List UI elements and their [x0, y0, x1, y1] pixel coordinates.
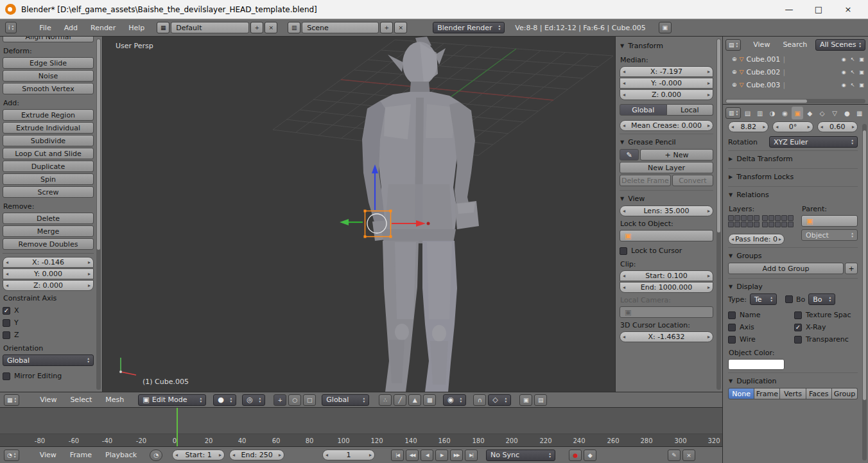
constraint-z-checkbox[interactable]: Z [3, 329, 94, 341]
tool-button-spin[interactable]: Spin [3, 173, 94, 185]
checkbox-icon[interactable] [728, 336, 736, 344]
checkbox-icon[interactable] [794, 336, 802, 344]
median-y-field[interactable]: Y: -0.000 [620, 78, 713, 89]
visibility-eye-icon[interactable]: ◉ [842, 82, 846, 88]
edge-select-button[interactable]: ╱ [394, 394, 406, 406]
scale-z-field[interactable]: 0.60 [817, 121, 858, 132]
object-color-swatch[interactable] [728, 359, 785, 370]
viewport-menu-mesh[interactable]: Mesh [100, 394, 130, 406]
panel-grease-pencil[interactable]: ▼Grease Pencil [620, 134, 713, 149]
display-xray-checkbox[interactable]: X-Ray [794, 321, 858, 333]
tab-constraints-icon[interactable]: ◆ [804, 107, 815, 119]
lens-field[interactable]: Lens: 35.000 [620, 205, 713, 216]
viewport-editor-type-button[interactable]: ▦ [4, 394, 19, 406]
convert-button[interactable]: Convert [672, 175, 713, 186]
snap-element-dropdown[interactable]: ◇ [488, 394, 511, 406]
panel-duplication[interactable]: ▼Duplication [728, 372, 858, 388]
viewport-menu-view[interactable]: View [34, 394, 62, 406]
current-frame-field[interactable]: 1 [322, 450, 375, 460]
median-x-field[interactable]: X: -7.197 [620, 66, 713, 77]
new-layer-button[interactable]: New Layer [620, 162, 713, 173]
maximize-button[interactable]: □ [804, 0, 833, 19]
npanel-scrollbar[interactable] [716, 39, 721, 390]
translate-z-field[interactable]: Z: 0.000 [3, 280, 94, 291]
properties-editor-type-button[interactable]: ▥ [725, 107, 741, 119]
checkbox-icon[interactable] [3, 307, 10, 315]
rotation-z-field[interactable]: 0° [772, 121, 813, 132]
layout-browse-button[interactable]: ▦ [157, 22, 169, 33]
new-group-button[interactable]: + [845, 263, 858, 274]
opengl-render-anim-button[interactable]: ▤ [534, 394, 547, 406]
vertex-select-button[interactable]: ∴ [379, 394, 392, 406]
properties-scrollbar[interactable] [862, 124, 867, 460]
use-preview-range-button[interactable]: ◔ [150, 450, 162, 461]
outliner-item-cube003[interactable]: ⊕ ▽ Cube.003 | ◉ ↖ ▣ [723, 78, 868, 91]
visibility-eye-icon[interactable]: ◉ [842, 69, 846, 75]
tool-button-loop-cut[interactable]: Loop Cut and Slide [3, 148, 94, 159]
display-name-checkbox[interactable]: Name [728, 309, 792, 321]
delete-keyframe-button[interactable]: × [682, 450, 695, 461]
timeline-menu-frame[interactable]: Frame [64, 450, 98, 461]
duplication-none-button[interactable]: None [728, 388, 754, 399]
panel-relations[interactable]: ▼Relations [728, 186, 858, 202]
tool-button-merge[interactable]: Merge [3, 225, 94, 237]
tool-button-smooth-vertex[interactable]: Smooth Vertex [3, 83, 94, 94]
checkbox-icon[interactable] [728, 324, 736, 331]
layout-name-field[interactable]: Default [171, 22, 249, 33]
tab-modifiers-icon[interactable]: ◇ [817, 107, 828, 119]
viewport-shading-dropdown[interactable]: ● [213, 394, 236, 406]
timeline-menu-playback[interactable]: Playback [100, 450, 143, 461]
parent-type-dropdown[interactable]: Object [801, 229, 858, 241]
bounds-checkbox[interactable] [785, 295, 793, 303]
pass-index-field[interactable]: Pass Inde: 0 [728, 234, 785, 245]
next-keyframe-button[interactable]: ▶▶ [450, 450, 463, 461]
menu-help[interactable]: Help [123, 22, 150, 33]
outliner-scrollbar[interactable] [725, 99, 865, 103]
median-z-field[interactable]: Z: 0.000 [620, 89, 713, 100]
display-transparency-checkbox[interactable]: Transparenc [794, 333, 858, 345]
close-button[interactable]: × [833, 0, 863, 19]
manipulator-rotate-button[interactable]: ○ [288, 394, 301, 406]
checkbox-icon[interactable] [620, 247, 627, 255]
tab-data-icon[interactable]: ▽ [829, 107, 840, 119]
visibility-eye-icon[interactable]: ◉ [842, 57, 846, 62]
tab-world-icon[interactable]: ◉ [779, 107, 790, 119]
checkbox-icon[interactable] [3, 372, 10, 380]
keying-set-button[interactable]: ◆ [584, 450, 596, 461]
orientation-dropdown[interactable]: Global [3, 354, 94, 366]
tool-button-screw[interactable]: Screw [3, 186, 94, 198]
window-duplicate-button[interactable]: ▣ [659, 22, 672, 33]
translate-y-field[interactable]: Y: 0.000 [3, 268, 94, 279]
global-toggle[interactable]: Global [620, 104, 667, 116]
play-button[interactable]: ▶ [435, 450, 448, 461]
renderable-camera-icon[interactable]: ▣ [859, 82, 864, 88]
clip-start-field[interactable]: Start: 0.100 [620, 270, 713, 281]
display-texture-space-checkbox[interactable]: Texture Spac [794, 309, 858, 321]
timeline-menu-view[interactable]: View [34, 450, 62, 461]
checkbox-icon[interactable] [794, 311, 802, 319]
tool-button-delete[interactable]: Delete [3, 213, 94, 224]
checkbox-icon[interactable] [728, 311, 736, 319]
timeline-editor[interactable]: -80 -60 -40 -20 0 20 40 60 80 100 120 14… [0, 408, 722, 446]
expand-icon[interactable]: ⊕ [732, 69, 737, 75]
snap-toggle-button[interactable]: ∩ [473, 394, 486, 406]
jump-to-start-button[interactable]: |◀ [391, 450, 404, 461]
panel-display[interactable]: ▼Display [728, 278, 858, 293]
local-camera-selector[interactable]: ▣ [620, 306, 713, 318]
sync-mode-dropdown[interactable]: No Sync [486, 450, 555, 461]
grease-new-button[interactable]: +New [640, 149, 713, 161]
constraint-x-checkbox[interactable]: X [3, 304, 94, 317]
rotation-mode-dropdown[interactable]: XYZ Euler [769, 136, 858, 148]
lock-to-cursor-checkbox[interactable]: Lock to Cursor [620, 245, 713, 257]
manipulator-translate-button[interactable]: + [273, 394, 286, 406]
duplication-verts-button[interactable]: Verts [780, 388, 806, 399]
tab-render-icon[interactable]: ▤ [742, 107, 753, 119]
display-axis-checkbox[interactable]: Axis [728, 321, 792, 333]
timeline-editor-type-button[interactable]: ◔ [4, 450, 19, 461]
opengl-render-button[interactable]: ▣ [519, 394, 532, 406]
frame-end-field[interactable]: End: 250 [229, 450, 284, 460]
play-reverse-button[interactable]: ◀ [421, 450, 433, 461]
mirror-editing-checkbox[interactable]: Mirror Editing [3, 370, 94, 382]
layers-widget[interactable] [728, 215, 797, 227]
local-toggle[interactable]: Local [667, 104, 714, 116]
